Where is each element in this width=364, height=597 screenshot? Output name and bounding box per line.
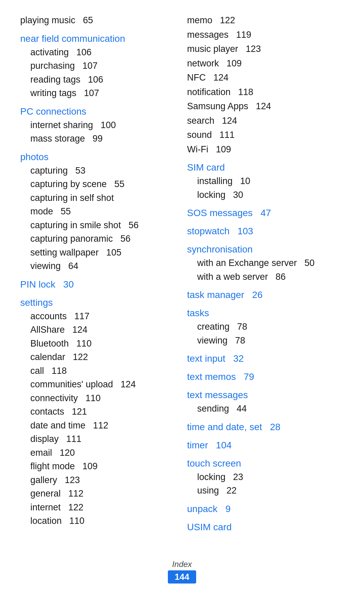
sub-entry: connectivity 110: [20, 391, 177, 405]
index-section-time-date: time and date, set 28: [187, 422, 344, 434]
sub-entry: locking 30: [187, 188, 344, 202]
index-section-sos: SOS messages 47: [187, 208, 344, 220]
top-entry: memo 122: [187, 13, 344, 27]
top-entry: messages 119: [187, 28, 344, 42]
section-heading-sos: SOS messages 47: [187, 208, 271, 218]
sub-entry: general 112: [20, 487, 177, 501]
sub-entry: capturing by scene 55: [20, 177, 177, 191]
section-heading-sync: synchronisation: [187, 244, 344, 255]
section-heading-text-memos: text memos 79: [187, 371, 254, 382]
sub-entry: internet sharing 100: [20, 118, 177, 132]
section-heading-task-manager: task manager 26: [187, 290, 263, 300]
sub-entry: AllShare 124: [20, 323, 177, 337]
index-section-unpack: unpack 9: [187, 504, 344, 516]
sub-entry: activating 106: [20, 46, 177, 59]
right-column: memo 122 messages 119 music player 123 n…: [187, 13, 344, 534]
sub-entry: creating 78: [187, 320, 344, 334]
section-heading-settings: settings: [20, 297, 177, 308]
section-heading-nfc: near field communication: [20, 33, 177, 44]
index-section-usim: USIM card: [187, 522, 344, 533]
index-section-timer: timer 104: [187, 440, 344, 452]
sub-entry: writing tags 107: [20, 86, 177, 100]
index-section-photos: photos capturing 53 capturing by scene 5…: [20, 152, 177, 273]
section-heading-unpack: unpack 9: [187, 504, 231, 514]
sub-entry: display 111: [20, 432, 177, 446]
section-heading-timer: timer 104: [187, 440, 232, 451]
sub-entry: capturing in smile shot 56: [20, 218, 177, 232]
index-section-tasks: tasks creating 78 viewing 78: [187, 308, 344, 347]
footer-page: 144: [168, 570, 196, 584]
sub-entry: setting wallpaper 105: [20, 246, 177, 260]
index-section-touch-screen: touch screen locking 23 using 22: [187, 458, 344, 498]
sub-entry: capturing 53: [20, 164, 177, 178]
sub-entry: with an Exchange server 50: [187, 256, 344, 270]
sub-entry: using 22: [187, 484, 344, 498]
index-section-sim: SIM card installing 10 locking 30: [187, 162, 344, 202]
sub-entry: contacts 121: [20, 405, 177, 419]
sub-entry: mode 55: [20, 205, 177, 218]
top-entry: Samsung Apps 124: [187, 99, 344, 113]
sub-entry: installing 10: [187, 174, 344, 188]
sub-entry: date and time 112: [20, 419, 177, 432]
footer-label: Index: [0, 560, 364, 569]
section-heading-text-input: text input 32: [187, 353, 244, 364]
section-heading-stopwatch: stopwatch 103: [187, 226, 253, 237]
sub-entry: reading tags 106: [20, 73, 177, 87]
top-entry: Wi-Fi 109: [187, 143, 344, 156]
index-section-stopwatch: stopwatch 103: [187, 226, 344, 238]
index-section-nfc: near field communication activating 106 …: [20, 33, 177, 100]
sub-entry: viewing 64: [20, 259, 177, 273]
index-section-pc: PC connections internet sharing 100 mass…: [20, 106, 177, 146]
sub-entry: flight mode 109: [20, 459, 177, 473]
top-entry: NFC 124: [187, 71, 344, 85]
sub-entry: capturing in self shot: [20, 191, 177, 205]
top-entry: playing music 65: [20, 13, 177, 27]
section-heading-pin: PIN lock 30: [20, 279, 74, 290]
sub-entry: call 118: [20, 364, 177, 378]
page-content: playing music 65 near field communicatio…: [20, 13, 344, 534]
section-heading-photos: photos: [20, 152, 177, 162]
section-heading-pc: PC connections: [20, 106, 177, 117]
index-section-text-messages: text messages sending 44: [187, 390, 344, 416]
sub-entry: email 120: [20, 446, 177, 460]
sub-entry: accounts 117: [20, 309, 177, 323]
sub-entry: communities' upload 124: [20, 378, 177, 391]
top-entry: network 109: [187, 57, 344, 70]
sub-entry: viewing 78: [187, 334, 344, 348]
sub-entry: location 110: [20, 514, 177, 528]
section-heading-sim: SIM card: [187, 162, 344, 173]
index-section-pin: PIN lock 30: [20, 279, 177, 291]
page-footer: Index 144: [0, 560, 364, 584]
top-entry: music player 123: [187, 42, 344, 56]
index-section-text-memos: text memos 79: [187, 371, 344, 384]
top-entry: search 124: [187, 114, 344, 128]
section-heading-time-date: time and date, set 28: [187, 422, 280, 432]
top-entry: notification 118: [187, 85, 344, 99]
sub-entry: calendar 122: [20, 350, 177, 364]
index-section-task-manager: task manager 26: [187, 290, 344, 302]
sub-entry: sending 44: [187, 402, 344, 416]
top-entry: sound 111: [187, 128, 344, 142]
index-section-text-input: text input 32: [187, 353, 344, 365]
sub-entry: locking 23: [187, 470, 344, 484]
sub-entry: internet 122: [20, 501, 177, 514]
section-heading-usim: USIM card: [187, 522, 344, 533]
sub-entry: capturing panoramic 56: [20, 232, 177, 246]
sub-entry: with a web server 86: [187, 270, 344, 284]
section-heading-text-messages: text messages: [187, 390, 344, 400]
left-column: playing music 65 near field communicatio…: [20, 13, 187, 534]
section-heading-touch-screen: touch screen: [187, 458, 344, 469]
sub-entry: Bluetooth 110: [20, 337, 177, 351]
index-section-settings: settings accounts 117 AllShare 124 Bluet…: [20, 297, 177, 528]
sub-entry: mass storage 99: [20, 132, 177, 146]
index-section-sync: synchronisation with an Exchange server …: [187, 244, 344, 283]
section-heading-tasks: tasks: [187, 308, 344, 319]
sub-entry: purchasing 107: [20, 59, 177, 73]
sub-entry: gallery 123: [20, 473, 177, 487]
